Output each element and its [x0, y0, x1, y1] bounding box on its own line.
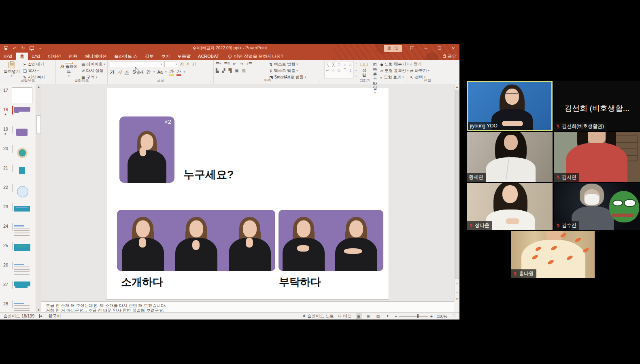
align-right-icon[interactable]: ▜ — [228, 68, 232, 73]
dialog-launcher-icon[interactable]: ⌙ — [52, 80, 55, 83]
clear-formatting-icon[interactable]: 가 — [191, 61, 196, 67]
thumbnail-scrollbar[interactable]: ▲ ▼ — [36, 84, 41, 312]
tab-insert[interactable]: 삽입 — [28, 53, 44, 60]
language-indicator[interactable]: 한국어 — [48, 313, 61, 319]
video-tile-jiyoung-yoo[interactable]: jiyoung YOO — [467, 81, 553, 131]
italic-icon[interactable]: 가 — [117, 69, 122, 75]
shrink-font-icon[interactable]: 가 — [185, 61, 190, 67]
text-direction-button[interactable]: ⇅텍스트 방향▾ — [269, 61, 306, 67]
justify-icon[interactable]: ▣ — [235, 68, 238, 73]
dialog-launcher-icon[interactable]: ⌙ — [404, 80, 407, 83]
reading-view-icon[interactable]: ▤ — [375, 313, 381, 319]
reset-button[interactable]: ↺다시 설정 — [81, 68, 105, 74]
tab-transitions[interactable]: 전환 — [65, 53, 81, 60]
thumbnail-slide-28[interactable]: 28 — [0, 301, 36, 312]
new-slide-button[interactable]: 새 슬라이드 ▾ — [58, 61, 80, 78]
dialog-launcher-icon[interactable]: ⌙ — [210, 80, 213, 83]
thumbnail-slide-23[interactable]: 23 — [0, 203, 36, 222]
slide-18[interactable]: ×2 누구세요? 소개하다 부탁하다 — [106, 88, 389, 299]
line-spacing-icon[interactable]: ↕☰ — [247, 61, 252, 66]
close-icon[interactable]: ✕ — [450, 45, 457, 51]
slide-area-scrollbar[interactable]: ▲ ⌃ ⌄ ▼ — [454, 84, 459, 301]
tab-help[interactable]: 도움말 — [174, 53, 194, 60]
decrease-indent-icon[interactable]: ⇤ — [233, 61, 236, 66]
zoom-slider[interactable]: −+ — [395, 314, 433, 319]
grow-font-icon[interactable]: 가 — [179, 61, 184, 67]
thumbnail-slide-27[interactable]: 27 — [0, 281, 36, 300]
ribbon-display-options-icon[interactable]: ^ — [408, 45, 416, 51]
customize-qat-icon[interactable]: ▾ — [38, 46, 43, 51]
fit-to-window-icon[interactable]: ⛶ — [451, 313, 457, 319]
arrange-button[interactable]: ❏❏ 정렬▾ — [359, 61, 370, 78]
shapes-scroll[interactable]: ▴▾≡ — [355, 61, 357, 78]
columns-icon[interactable]: ▥ — [242, 68, 246, 73]
tab-acrobat[interactable]: ACROBAT — [194, 53, 223, 60]
replace-button[interactable]: ⇄바꾸기▾ — [410, 68, 430, 74]
numbering-icon[interactable]: ☰# — [224, 61, 230, 66]
thumbnail-slide-21[interactable]: 21 — [0, 165, 36, 183]
character-spacing-icon[interactable]: 간 — [146, 69, 151, 75]
tab-file[interactable]: 파일 — [0, 53, 16, 60]
video-tile-kimsujin[interactable]: 김수진 — [554, 183, 640, 230]
restore-icon[interactable]: ❐ — [436, 45, 443, 51]
video-tile-kimsunhee[interactable]: 김선희 (비호생활... 김선희(비호생활관) — [554, 81, 640, 131]
video-tile-kimseoyeon[interactable]: 김서연 — [554, 132, 640, 182]
cut-button[interactable]: ✂잘라내기 — [23, 61, 45, 67]
font-size-combo[interactable]: ▾ — [164, 61, 178, 67]
normal-view-icon[interactable]: ▣ — [356, 313, 361, 319]
font-color-icon[interactable]: 가 — [176, 68, 181, 76]
thumbnail-slide-18[interactable]: 18✶ — [0, 106, 36, 125]
previous-slide-icon[interactable]: ⌃ — [455, 281, 459, 288]
sign-panel-request[interactable] — [279, 210, 383, 271]
thumbnail-slide-25[interactable]: 25 — [0, 242, 36, 261]
bullets-icon[interactable]: ☰• — [216, 61, 221, 66]
shapes-gallery[interactable]: ╲╳□○△ ⇨☆◇⌒{ — [324, 61, 354, 78]
next-slide-icon[interactable]: ⌄ — [455, 288, 459, 295]
redo-icon[interactable]: ↻ — [21, 46, 26, 51]
tab-view[interactable]: 보기 — [157, 53, 174, 60]
thumbnail-slide-24[interactable]: 24 — [0, 223, 36, 241]
shape-outline-button[interactable]: ▱도형 윤곽선▾ — [380, 68, 408, 74]
sign-panel-introduce[interactable] — [117, 210, 275, 271]
highlight-color-icon[interactable]: 가 — [169, 68, 174, 76]
notes-pane[interactable]: 조금 전 소개 해 주셨는데요. 제 소개를 다시 한번 해 보겠습니다. 거창… — [41, 301, 454, 312]
sign-repeat-tile[interactable]: ×2 — [119, 116, 174, 183]
tab-design[interactable]: 디자인 — [44, 53, 65, 60]
slide-question-text[interactable]: 누구세요? — [183, 167, 234, 182]
thumbnail-slide-20[interactable]: 20 — [0, 145, 36, 164]
caption-introduce[interactable]: 소개하다 — [121, 275, 163, 289]
memo-toggle-button[interactable]: 🗨메모 — [338, 313, 352, 319]
underline-icon[interactable]: 가 — [124, 69, 129, 75]
scroll-down-icon[interactable]: ▼ — [455, 296, 459, 301]
scroll-up-icon[interactable]: ▲ — [455, 84, 459, 89]
slide-sorter-view-icon[interactable]: ⊞ — [366, 313, 371, 319]
tab-slideshow[interactable]: 슬라이드 쇼 — [111, 53, 141, 60]
thumbnail-slide-26[interactable]: 26 — [0, 262, 36, 280]
scrollbar-thumb[interactable] — [455, 90, 459, 279]
align-center-icon[interactable]: ▞ — [222, 68, 225, 73]
bold-icon[interactable]: 가 — [110, 69, 115, 75]
align-left-icon[interactable]: ▙ — [216, 68, 219, 73]
tab-animations[interactable]: 애니메이션 — [81, 53, 111, 60]
quick-styles-button[interactable]: ◩ 빠른 스타일▾ — [371, 61, 378, 78]
align-text-button[interactable]: ⇕텍스트 맞춤▾ — [269, 68, 306, 74]
find-button[interactable]: ⌕찾기 — [410, 61, 430, 67]
thumbnail-slide-17[interactable]: 17 — [0, 87, 36, 106]
save-icon[interactable] — [4, 46, 9, 51]
share-button[interactable]: 공유 — [443, 53, 456, 60]
caption-request[interactable]: 부탁하다 — [279, 275, 321, 289]
slideshow-view-icon[interactable]: ⏵ — [385, 313, 391, 319]
thumbnail-slide-19[interactable]: 19✶ — [0, 126, 36, 144]
tab-home[interactable]: 홈 — [16, 53, 28, 60]
scrollbar-thumb[interactable] — [36, 115, 41, 134]
undo-icon[interactable]: ↶ — [12, 46, 17, 51]
zoom-slider-knob[interactable] — [417, 314, 419, 318]
start-slideshow-icon[interactable] — [29, 46, 34, 51]
video-tile-hwangseyeon[interactable]: 황세연 — [467, 132, 553, 182]
video-tile-hongdawon[interactable]: 홍다원 — [511, 231, 595, 278]
login-button[interactable]: 로그인 — [384, 45, 402, 52]
notes-toggle-button[interactable]: ≜슬라이드 노트 — [303, 313, 334, 319]
zoom-level[interactable]: 110% — [437, 314, 447, 319]
video-tile-jungdaun[interactable]: 정다운 — [467, 183, 553, 230]
thumbnail-slide-22[interactable]: 22 — [0, 184, 36, 203]
